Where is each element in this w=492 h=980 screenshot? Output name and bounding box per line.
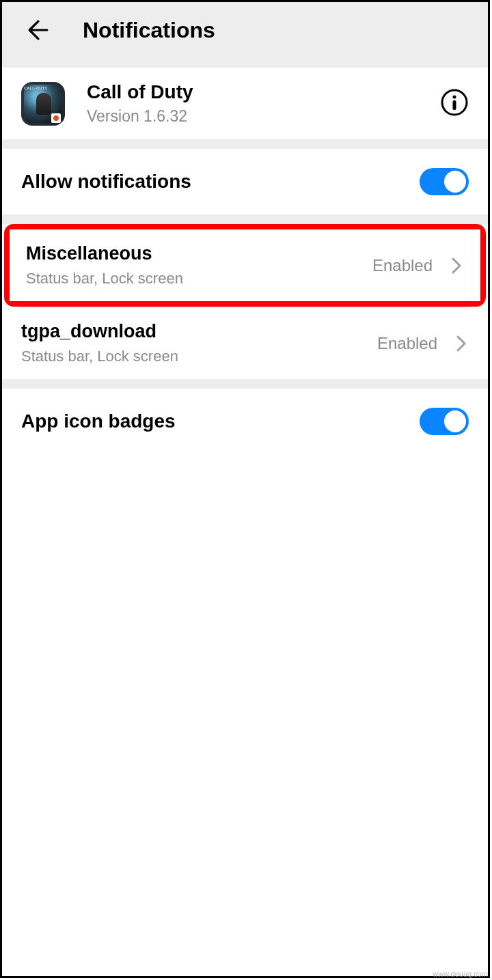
channel-title: tgpa_download	[21, 321, 366, 342]
info-button[interactable]	[440, 88, 469, 120]
channel-title: Miscellaneous	[26, 243, 361, 264]
channel-subtitle: Status bar, Lock screen	[26, 270, 361, 288]
allow-notifications-toggle[interactable]	[420, 168, 469, 195]
info-icon	[440, 88, 469, 117]
app-icon-badges-toggle[interactable]	[420, 408, 469, 435]
back-arrow-icon	[23, 15, 53, 45]
section-spacer	[2, 379, 488, 389]
allow-notifications-row: Allow notifications	[2, 149, 488, 214]
channel-row-miscellaneous[interactable]: Miscellaneous Status bar, Lock screen En…	[10, 229, 480, 301]
channel-status: Enabled	[372, 256, 433, 275]
channel-status: Enabled	[377, 334, 437, 353]
watermark: www.deuaq.com	[433, 970, 488, 978]
app-icon-badges-row: App icon badges	[2, 389, 488, 454]
section-spacer	[2, 58, 488, 68]
section-spacer	[2, 139, 488, 149]
app-version: Version 1.6.32	[87, 107, 418, 126]
app-info-row: CALL-DUTY Call of Duty Version 1.6.32	[2, 68, 488, 139]
channel-subtitle: Status bar, Lock screen	[21, 348, 366, 365]
header-bar: Notifications	[2, 2, 488, 58]
page-title: Notifications	[83, 18, 215, 43]
back-button[interactable]	[21, 13, 55, 47]
highlight-annotation: Miscellaneous Status bar, Lock screen En…	[4, 224, 486, 307]
section-spacer	[2, 214, 488, 224]
app-name: Call of Duty	[87, 81, 418, 103]
channel-row-tgpa-download[interactable]: tgpa_download Status bar, Lock screen En…	[2, 307, 488, 379]
app-icon-badges-label: App icon badges	[21, 410, 176, 432]
app-icon: CALL-DUTY	[21, 82, 65, 126]
svg-rect-2	[453, 100, 456, 110]
allow-notifications-label: Allow notifications	[21, 171, 191, 193]
svg-point-1	[453, 95, 456, 98]
chevron-right-icon	[449, 256, 464, 275]
chevron-right-icon	[454, 334, 469, 353]
